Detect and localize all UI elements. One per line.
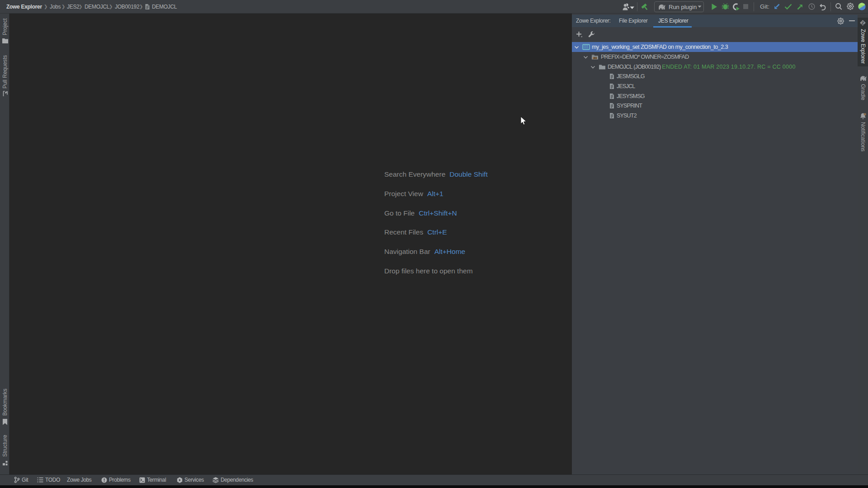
svg-text:Z: Z [862,20,864,25]
svg-text:JES: JES [594,57,597,59]
